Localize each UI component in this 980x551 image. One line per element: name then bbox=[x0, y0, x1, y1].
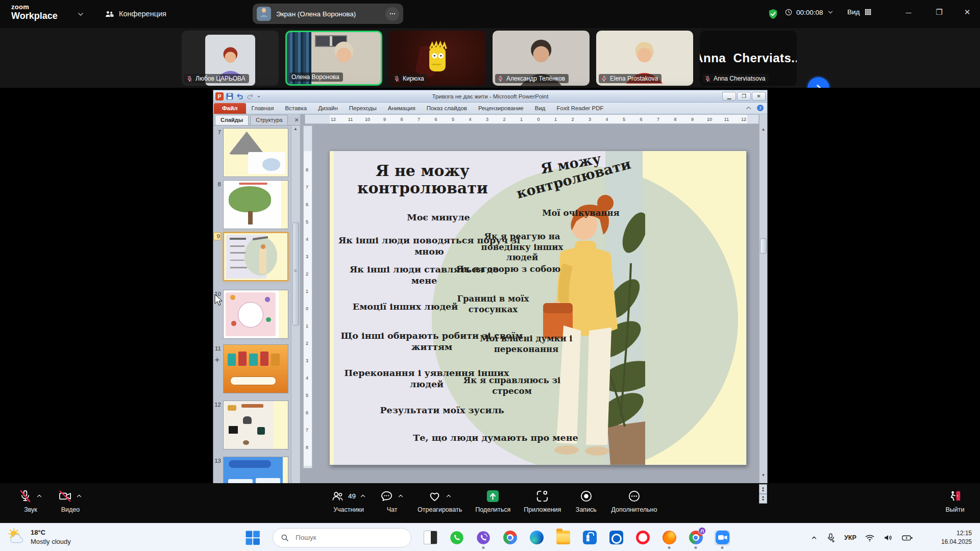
toolbar-record-button[interactable]: Запись bbox=[574, 488, 598, 513]
chevron-up-icon[interactable] bbox=[76, 492, 83, 499]
ppt-minimize-button[interactable]: ▁ bbox=[722, 92, 736, 101]
mic-in-use-icon[interactable] bbox=[826, 533, 836, 543]
minimize-button[interactable]: ─ bbox=[901, 5, 916, 19]
zoom-icon[interactable] bbox=[715, 530, 730, 545]
participant-tile[interactable]: Elena Prostakova bbox=[596, 31, 693, 86]
slide-thumbnail[interactable] bbox=[223, 457, 288, 483]
slide-thumbnail[interactable] bbox=[223, 400, 288, 449]
edge-icon[interactable] bbox=[529, 530, 544, 545]
animation-star-icon bbox=[214, 356, 220, 361]
ruler-tick: 6 bbox=[640, 117, 642, 122]
share-options-button[interactable] bbox=[385, 7, 399, 21]
chevron-down-icon[interactable] bbox=[77, 10, 85, 18]
chevron-up-icon[interactable] bbox=[359, 492, 366, 499]
scroll-down-icon[interactable]: ▼ bbox=[760, 471, 767, 479]
toolbar-share-screen-button[interactable]: Поделиться bbox=[475, 488, 510, 513]
panel-close-icon[interactable]: ✕ bbox=[294, 117, 299, 125]
meeting-timer[interactable]: 00:00:08 bbox=[785, 8, 834, 16]
security-shield-icon[interactable] bbox=[767, 8, 779, 20]
ribbon-tab-7[interactable]: Рецензирование bbox=[473, 103, 529, 114]
explorer-icon[interactable] bbox=[555, 530, 571, 545]
ruler-tick: 10 bbox=[365, 117, 370, 122]
screen-share-pill[interactable]: Экран (Олена Воронова) bbox=[253, 4, 403, 24]
toolbar-chat-button[interactable]: Чат bbox=[380, 488, 404, 513]
ruler-tick: 5 bbox=[452, 117, 454, 122]
ribbon-tab-4[interactable]: Переходы bbox=[344, 103, 382, 114]
toolbar-mic-muted-button[interactable]: Звук bbox=[18, 488, 43, 513]
chevron-up-icon[interactable] bbox=[397, 492, 404, 499]
toolbar-more-button[interactable]: Дополнительно bbox=[611, 488, 657, 513]
ribbon-tab-6[interactable]: Показ слайдов bbox=[421, 103, 473, 114]
participant-tile[interactable]: Любов ЦАРЬОВА bbox=[182, 31, 279, 86]
participant-tile[interactable]: Олена Воронова bbox=[285, 31, 382, 86]
weather-widget[interactable]: 18°C Mostly cloudy bbox=[7, 528, 71, 547]
panel-tab-0[interactable]: Слайды bbox=[215, 115, 249, 125]
start-button[interactable] bbox=[244, 529, 261, 546]
toolbar-participants-button[interactable]: 49Участники bbox=[331, 488, 366, 513]
ribbon-tab-9[interactable]: Foxit Reader PDF bbox=[551, 103, 609, 114]
chrome-icon[interactable] bbox=[502, 530, 518, 545]
ribbon-tab-5[interactable]: Анимация bbox=[382, 103, 421, 114]
close-button[interactable]: ✕ bbox=[960, 5, 975, 19]
view-button[interactable]: Вид bbox=[847, 8, 872, 16]
firefox-icon[interactable] bbox=[662, 530, 677, 545]
ppt-close-button[interactable]: ✕ bbox=[752, 92, 766, 101]
participant-tile[interactable]: Александр Телёнков bbox=[493, 31, 590, 86]
scroll-up-icon[interactable]: ▲ bbox=[760, 126, 767, 133]
slide-thumbnail[interactable] bbox=[223, 180, 288, 229]
search-box[interactable] bbox=[273, 528, 411, 547]
opera-icon[interactable] bbox=[635, 530, 650, 545]
slide-thumbnail[interactable] bbox=[223, 290, 288, 339]
scroll-up-icon[interactable]: ▲ bbox=[292, 126, 299, 132]
photos-icon[interactable] bbox=[423, 530, 438, 545]
tab-conference[interactable]: Конференция bbox=[105, 6, 166, 21]
ribbon-tab-1[interactable]: Главная bbox=[246, 103, 280, 114]
editor-scrollbar[interactable]: ▲ ▼ bbox=[759, 114, 767, 483]
powerpoint-title-bar[interactable]: P Тривога не дає жити - Microsoft PowerP… bbox=[213, 90, 767, 103]
chevron-down-icon[interactable] bbox=[827, 9, 834, 16]
panel-tab-1[interactable]: Структура bbox=[250, 115, 288, 125]
search-input[interactable] bbox=[295, 533, 391, 542]
chrome-profile-icon[interactable]: Л bbox=[688, 530, 703, 545]
ribbon-tab-2[interactable]: Вставка bbox=[279, 103, 312, 114]
next-slide-button[interactable]: ▼▼ bbox=[759, 494, 767, 504]
ribbon-tab-3[interactable]: Дизайн bbox=[312, 103, 344, 114]
ribbon-tab-8[interactable]: Вид bbox=[529, 103, 551, 114]
chevron-up-icon[interactable] bbox=[36, 492, 43, 499]
collapse-ribbon-icon[interactable] bbox=[745, 104, 752, 112]
restore-button[interactable]: ❐ bbox=[932, 5, 947, 19]
slide-text-item: Те, що люди думають про мене bbox=[391, 433, 600, 444]
viber-icon[interactable] bbox=[476, 530, 491, 545]
toolbar-apps-button[interactable]: Приложения bbox=[524, 488, 561, 513]
help-icon[interactable]: ? bbox=[756, 104, 764, 112]
scrollbar-thumb[interactable] bbox=[292, 222, 299, 325]
chat-icon bbox=[380, 489, 394, 503]
toolbar-heart-button[interactable]: Отреагировать bbox=[418, 488, 462, 513]
wifi-icon[interactable] bbox=[865, 533, 875, 543]
participant-tile[interactable]: Anna Cherviats...Anna Cherviatsova bbox=[700, 31, 797, 86]
chevron-up-icon[interactable] bbox=[445, 492, 452, 499]
whatsapp-icon[interactable] bbox=[449, 530, 464, 545]
toolbar-leave-button[interactable]: Выйти bbox=[943, 488, 967, 513]
slide-thumbnail[interactable] bbox=[223, 128, 288, 177]
store-icon[interactable] bbox=[582, 530, 597, 545]
toolbar-camera-muted-button[interactable]: Видео bbox=[58, 488, 83, 513]
avatar bbox=[257, 7, 271, 21]
language-indicator[interactable]: УКР bbox=[844, 534, 856, 541]
taskbar-clock[interactable]: 12:15 16.04.2025 bbox=[925, 523, 972, 551]
outlook-icon[interactable] bbox=[608, 530, 624, 545]
ppt-restore-button[interactable]: ❐ bbox=[737, 92, 751, 101]
slide-thumbnail[interactable] bbox=[223, 344, 288, 393]
ruler-tick: 5 bbox=[306, 219, 308, 224]
slides-panel-scrollbar[interactable]: ▲ bbox=[291, 126, 300, 483]
scrollbar-thumb[interactable] bbox=[760, 238, 767, 254]
ruler-tick: 4 bbox=[306, 375, 308, 381]
battery-icon[interactable] bbox=[901, 533, 914, 543]
volume-icon[interactable] bbox=[883, 533, 893, 543]
view-label: Вид bbox=[847, 8, 860, 16]
ribbon-tab-file[interactable]: Файл bbox=[214, 103, 246, 114]
participant-tile[interactable]: Кирюха bbox=[389, 31, 486, 86]
slide-thumbnail[interactable] bbox=[223, 232, 288, 281]
previous-slide-button[interactable]: ▲▲ bbox=[759, 484, 767, 494]
hidden-icons-chevron[interactable] bbox=[811, 533, 818, 543]
